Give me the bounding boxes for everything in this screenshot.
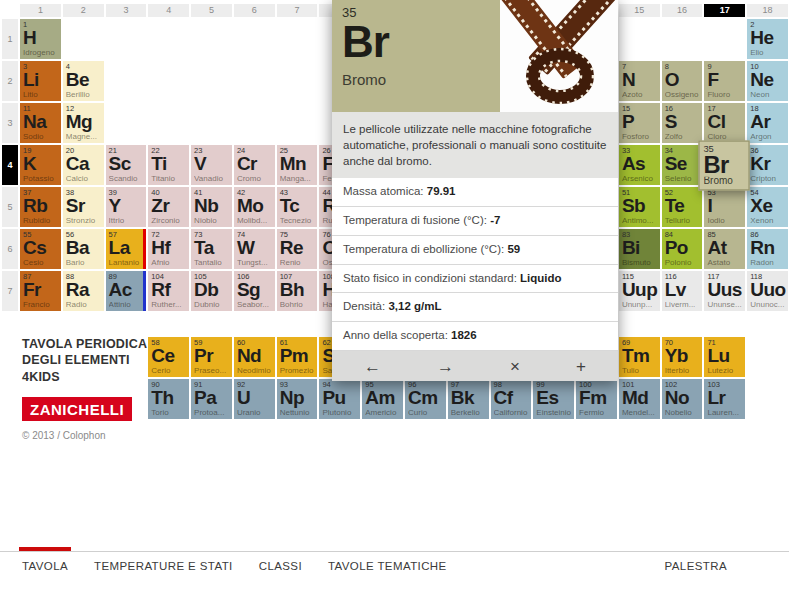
element-cell-cs[interactable]: 55CsCesio — [20, 229, 61, 269]
element-cell-cr[interactable]: 24CrCromo — [234, 145, 275, 185]
tab-temperature-e-stati[interactable]: TEMPERATURE E STATI — [94, 560, 233, 572]
element-cell-fr[interactable]: 87FrFrancio — [20, 271, 61, 311]
element-cell-la[interactable]: 57LaLantanio — [106, 229, 147, 269]
film-rolls-photo — [500, 0, 618, 112]
element-cell-as[interactable]: 33AsArsenico — [619, 145, 660, 185]
element-cell-cf[interactable]: 98CfCalifornio — [491, 379, 532, 419]
tab-tavole-tematiche[interactable]: TAVOLE TEMATICHE — [328, 560, 447, 572]
element-name: Itterbio — [665, 367, 702, 375]
element-cell-kr[interactable]: 36KrCripton — [747, 145, 788, 185]
element-cell-uuo[interactable]: 118UuoUnunoc... — [747, 271, 788, 311]
element-cell-mn[interactable]: 25MnManga... — [277, 145, 318, 185]
element-cell-lu[interactable]: 71LuLutezio — [704, 337, 745, 377]
element-cell-am[interactable]: 95AmAmericio — [362, 379, 403, 419]
element-cell-ac[interactable]: 89AcAttinio — [106, 271, 147, 311]
element-cell-sb[interactable]: 51SbAntimo... — [619, 187, 660, 227]
element-cell-bh[interactable]: 107BhBohrio — [277, 271, 318, 311]
element-cell-te[interactable]: 52TeTellurio — [662, 187, 703, 227]
element-cell-no[interactable]: 102NoNobelio — [662, 379, 703, 419]
element-cell-f[interactable]: 9FFluoro — [704, 61, 745, 101]
element-cell-tc[interactable]: 43TcTecnezio — [277, 187, 318, 227]
element-cell-rf[interactable]: 104RfRuther... — [148, 271, 189, 311]
element-name: Francio — [23, 301, 60, 309]
element-cell-s[interactable]: 16SZolfo — [662, 103, 703, 143]
close-popup-button[interactable]: × — [510, 358, 520, 375]
element-symbol: Pm — [280, 346, 309, 365]
element-cell-bi[interactable]: 83BiBismuto — [619, 229, 660, 269]
element-cell-ta[interactable]: 73TaTantalio — [191, 229, 232, 269]
element-cell-u[interactable]: 92UUranio — [234, 379, 275, 419]
element-cell-tm[interactable]: 69TmTulio — [619, 337, 660, 377]
element-cell-k[interactable]: 19KPotassio — [20, 145, 61, 185]
element-symbol: La — [109, 238, 130, 257]
element-cell-pm[interactable]: 61PmPromezio — [277, 337, 318, 377]
zoom-element-button[interactable]: + — [576, 358, 586, 375]
element-cell-y[interactable]: 39YIttrio — [106, 187, 147, 227]
element-cell-rb[interactable]: 37RbRubidio — [20, 187, 61, 227]
element-cell-ca[interactable]: 20CaCalcio — [63, 145, 104, 185]
element-cell-uus[interactable]: 117UusUnunse... — [704, 271, 745, 311]
element-cell-ar[interactable]: 18ArArgon — [747, 103, 788, 143]
element-cell-se[interactable]: 34SeSelenio — [662, 145, 703, 185]
element-cell-h[interactable]: 1HIdrogeno — [20, 19, 61, 59]
element-cell-xe[interactable]: 54XeXenon — [747, 187, 788, 227]
element-cell-cm[interactable]: 96CmCurio — [405, 379, 446, 419]
element-cell-zr[interactable]: 40ZrZirconio — [148, 187, 189, 227]
copyright-colophon-link[interactable]: © 2013 / Colophon — [22, 430, 162, 441]
element-cell-es[interactable]: 99EsEinsteinio — [533, 379, 574, 419]
next-element-button[interactable]: → — [437, 358, 454, 375]
element-cell-p[interactable]: 15PFosforo — [619, 103, 660, 143]
element-cell-o[interactable]: 8OOssigeno — [662, 61, 703, 101]
element-cell-cl[interactable]: 17ClCloro — [704, 103, 745, 143]
element-cell-nb[interactable]: 41NbNiobio — [191, 187, 232, 227]
element-cell-rn[interactable]: 86RnRadon — [747, 229, 788, 269]
element-cell-pa[interactable]: 91PaProtoa... — [191, 379, 232, 419]
element-cell-na[interactable]: 11NaSodio — [20, 103, 61, 143]
element-cell-lr[interactable]: 103LrLauren... — [704, 379, 745, 419]
tab-classi[interactable]: CLASSI — [259, 560, 302, 572]
element-symbol: P — [622, 112, 634, 131]
element-cell-po[interactable]: 84PoPolonio — [662, 229, 703, 269]
element-cell-v[interactable]: 23VVanadio — [191, 145, 232, 185]
element-cell-mg[interactable]: 12MgMagne... — [63, 103, 104, 143]
element-cell-db[interactable]: 105DbDubnio — [191, 271, 232, 311]
element-cell-he[interactable]: 2HeElio — [747, 19, 788, 59]
element-name: Litio — [23, 91, 60, 99]
element-cell-pr[interactable]: 59PrPraseo... — [191, 337, 232, 377]
element-cell-np[interactable]: 93NpNettunio — [277, 379, 318, 419]
element-cell-uup[interactable]: 115UupUnunp... — [619, 271, 660, 311]
element-cell-ti[interactable]: 22TiTitanio — [148, 145, 189, 185]
element-cell-pu[interactable]: 94PuPlutonio — [319, 379, 360, 419]
element-cell-ra[interactable]: 88RaRadio — [63, 271, 104, 311]
element-cell-w[interactable]: 74WTungst... — [234, 229, 275, 269]
element-cell-bk[interactable]: 97BkBerkelio — [448, 379, 489, 419]
tab-palestra[interactable]: PALESTRA — [665, 560, 727, 572]
element-cell-yb[interactable]: 70YbItterbio — [662, 337, 703, 377]
element-name: Vanadio — [194, 175, 231, 183]
element-cell-mo[interactable]: 42MoMolibd... — [234, 187, 275, 227]
property-value: 1826 — [451, 329, 477, 341]
element-cell-fm[interactable]: 100FmFermio — [576, 379, 617, 419]
element-cell-at[interactable]: 85AtAstato — [704, 229, 745, 269]
element-cell-i[interactable]: 53IIodio — [704, 187, 745, 227]
element-cell-be[interactable]: 4BeBerillio — [63, 61, 104, 101]
element-cell-li[interactable]: 3LiLitio — [20, 61, 61, 101]
element-symbol: Bh — [280, 280, 304, 299]
previous-element-button[interactable]: ← — [364, 358, 381, 375]
element-cell-nd[interactable]: 60NdNeodimio — [234, 337, 275, 377]
element-cell-sg[interactable]: 106SgSeabor... — [234, 271, 275, 311]
element-cell-hf[interactable]: 72HfAfnio — [148, 229, 189, 269]
element-cell-re[interactable]: 75ReRenio — [277, 229, 318, 269]
element-cell-md[interactable]: 101MdMendel... — [619, 379, 660, 419]
element-name: Argon — [750, 133, 787, 141]
element-cell-sc[interactable]: 21ScScandio — [106, 145, 147, 185]
element-symbol: Li — [23, 70, 39, 89]
element-cell-n[interactable]: 7NAzoto — [619, 61, 660, 101]
element-cell-ne[interactable]: 10NeNeon — [747, 61, 788, 101]
element-cell-lv[interactable]: 116LvLiverm... — [662, 271, 703, 311]
element-cell-sr[interactable]: 38SrStronzio — [63, 187, 104, 227]
element-cell-ba[interactable]: 56BaBario — [63, 229, 104, 269]
tab-tavola[interactable]: TAVOLA — [22, 560, 68, 572]
element-cell-br[interactable]: 35BrBromo — [699, 141, 750, 191]
element-symbol: Fr — [23, 280, 41, 299]
